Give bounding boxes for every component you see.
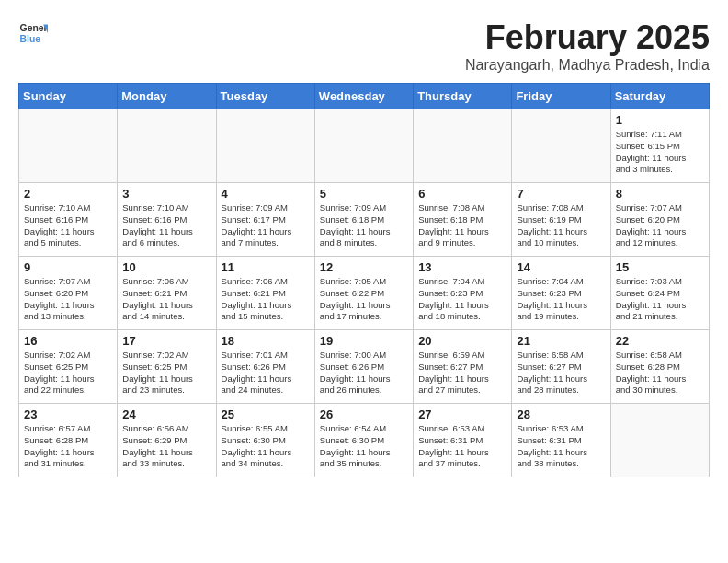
day-number: 17	[122, 334, 210, 348]
weekday-header-tuesday: Tuesday	[216, 84, 314, 109]
day-number: 23	[24, 408, 112, 421]
day-info: Sunrise: 6:57 AM Sunset: 6:28 PM Dayligh…	[24, 423, 112, 470]
day-number: 3	[122, 187, 210, 201]
calendar-cell: 14Sunrise: 7:04 AM Sunset: 6:23 PM Dayli…	[512, 257, 610, 330]
day-number: 22	[616, 334, 704, 348]
day-info: Sunrise: 6:53 AM Sunset: 6:31 PM Dayligh…	[418, 423, 506, 470]
calendar-cell: 9Sunrise: 7:07 AM Sunset: 6:20 PM Daylig…	[19, 257, 118, 330]
day-info: Sunrise: 7:00 AM Sunset: 6:26 PM Dayligh…	[320, 350, 408, 396]
svg-text:General: General	[20, 23, 48, 33]
calendar-week-row: 16Sunrise: 7:02 AM Sunset: 6:25 PM Dayli…	[19, 330, 710, 404]
day-number: 28	[517, 408, 605, 421]
day-number: 16	[24, 334, 112, 348]
calendar-week-row: 2Sunrise: 7:10 AM Sunset: 6:16 PM Daylig…	[19, 183, 710, 257]
day-number: 8	[616, 187, 704, 201]
day-number: 2	[24, 187, 112, 201]
day-number: 11	[222, 260, 310, 274]
day-info: Sunrise: 7:08 AM Sunset: 6:19 PM Dayligh…	[517, 202, 605, 249]
day-number: 24	[122, 408, 210, 421]
calendar-cell: 18Sunrise: 7:01 AM Sunset: 6:26 PM Dayli…	[216, 330, 314, 404]
day-number: 18	[222, 334, 310, 348]
day-number: 5	[320, 187, 408, 201]
calendar-cell: 5Sunrise: 7:09 AM Sunset: 6:18 PM Daylig…	[314, 183, 413, 257]
day-info: Sunrise: 7:02 AM Sunset: 6:25 PM Dayligh…	[24, 350, 112, 396]
calendar-cell: 27Sunrise: 6:53 AM Sunset: 6:31 PM Dayli…	[414, 404, 512, 477]
header: General Blue February 2025 Narayangarh, …	[18, 18, 710, 74]
calendar-week-row: 1Sunrise: 7:11 AM Sunset: 6:15 PM Daylig…	[19, 109, 710, 183]
day-info: Sunrise: 7:05 AM Sunset: 6:22 PM Dayligh…	[320, 276, 408, 323]
day-info: Sunrise: 7:11 AM Sunset: 6:15 PM Dayligh…	[616, 129, 704, 176]
day-number: 20	[418, 334, 506, 348]
day-info: Sunrise: 7:08 AM Sunset: 6:18 PM Dayligh…	[418, 202, 506, 249]
calendar-cell: 17Sunrise: 7:02 AM Sunset: 6:25 PM Dayli…	[118, 330, 216, 404]
day-number: 21	[517, 334, 605, 348]
day-number: 13	[418, 260, 506, 274]
calendar-cell: 16Sunrise: 7:02 AM Sunset: 6:25 PM Dayli…	[19, 330, 118, 404]
day-info: Sunrise: 7:04 AM Sunset: 6:23 PM Dayligh…	[517, 276, 605, 323]
calendar-cell: 4Sunrise: 7:09 AM Sunset: 6:17 PM Daylig…	[216, 183, 314, 257]
calendar-cell: 6Sunrise: 7:08 AM Sunset: 6:18 PM Daylig…	[414, 183, 512, 257]
weekday-header-monday: Monday	[118, 84, 216, 109]
day-info: Sunrise: 6:59 AM Sunset: 6:27 PM Dayligh…	[418, 350, 506, 396]
weekday-header-friday: Friday	[512, 84, 610, 109]
calendar-cell: 26Sunrise: 6:54 AM Sunset: 6:30 PM Dayli…	[314, 404, 413, 477]
weekday-header-wednesday: Wednesday	[314, 84, 413, 109]
day-number: 6	[418, 187, 506, 201]
day-info: Sunrise: 7:06 AM Sunset: 6:21 PM Dayligh…	[122, 276, 210, 323]
calendar-cell: 13Sunrise: 7:04 AM Sunset: 6:23 PM Dayli…	[414, 257, 512, 330]
calendar-cell	[216, 109, 314, 183]
calendar-cell	[314, 109, 413, 183]
day-info: Sunrise: 7:06 AM Sunset: 6:21 PM Dayligh…	[222, 276, 310, 323]
day-info: Sunrise: 7:07 AM Sunset: 6:20 PM Dayligh…	[24, 276, 112, 323]
day-number: 26	[320, 408, 408, 421]
day-number: 25	[222, 408, 310, 421]
svg-text:Blue: Blue	[20, 34, 41, 44]
day-info: Sunrise: 6:58 AM Sunset: 6:28 PM Dayligh…	[616, 350, 704, 396]
day-info: Sunrise: 7:03 AM Sunset: 6:24 PM Dayligh…	[616, 276, 704, 323]
calendar-cell	[19, 109, 118, 183]
calendar-cell	[414, 109, 512, 183]
location-subtitle: Narayangarh, Madhya Pradesh, India	[465, 57, 710, 74]
calendar-cell: 11Sunrise: 7:06 AM Sunset: 6:21 PM Dayli…	[216, 257, 314, 330]
day-number: 19	[320, 334, 408, 348]
day-number: 7	[517, 187, 605, 201]
calendar-week-row: 23Sunrise: 6:57 AM Sunset: 6:28 PM Dayli…	[19, 404, 710, 477]
calendar-cell: 21Sunrise: 6:58 AM Sunset: 6:27 PM Dayli…	[512, 330, 610, 404]
calendar-cell	[512, 109, 610, 183]
day-info: Sunrise: 6:53 AM Sunset: 6:31 PM Dayligh…	[517, 423, 605, 470]
logo: General Blue	[18, 18, 48, 48]
month-title: February 2025	[465, 18, 710, 57]
calendar-cell: 10Sunrise: 7:06 AM Sunset: 6:21 PM Dayli…	[118, 257, 216, 330]
day-number: 14	[517, 260, 605, 274]
day-info: Sunrise: 6:55 AM Sunset: 6:30 PM Dayligh…	[222, 423, 310, 470]
day-number: 4	[222, 187, 310, 201]
calendar-table: SundayMondayTuesdayWednesdayThursdayFrid…	[18, 83, 710, 477]
day-number: 9	[24, 260, 112, 274]
calendar-cell: 25Sunrise: 6:55 AM Sunset: 6:30 PM Dayli…	[216, 404, 314, 477]
calendar-cell: 2Sunrise: 7:10 AM Sunset: 6:16 PM Daylig…	[19, 183, 118, 257]
calendar-cell: 7Sunrise: 7:08 AM Sunset: 6:19 PM Daylig…	[512, 183, 610, 257]
weekday-header-sunday: Sunday	[19, 84, 118, 109]
calendar-cell: 28Sunrise: 6:53 AM Sunset: 6:31 PM Dayli…	[512, 404, 610, 477]
calendar-cell: 8Sunrise: 7:07 AM Sunset: 6:20 PM Daylig…	[610, 183, 709, 257]
calendar-cell	[610, 404, 709, 477]
day-info: Sunrise: 6:58 AM Sunset: 6:27 PM Dayligh…	[517, 350, 605, 396]
day-number: 27	[418, 408, 506, 421]
calendar-cell	[118, 109, 216, 183]
calendar-cell: 22Sunrise: 6:58 AM Sunset: 6:28 PM Dayli…	[610, 330, 709, 404]
day-info: Sunrise: 7:09 AM Sunset: 6:18 PM Dayligh…	[320, 202, 408, 249]
day-info: Sunrise: 7:10 AM Sunset: 6:16 PM Dayligh…	[122, 202, 210, 249]
calendar-cell: 3Sunrise: 7:10 AM Sunset: 6:16 PM Daylig…	[118, 183, 216, 257]
calendar-cell: 19Sunrise: 7:00 AM Sunset: 6:26 PM Dayli…	[314, 330, 413, 404]
calendar-cell: 20Sunrise: 6:59 AM Sunset: 6:27 PM Dayli…	[414, 330, 512, 404]
weekday-header-row: SundayMondayTuesdayWednesdayThursdayFrid…	[19, 84, 710, 109]
logo-icon: General Blue	[18, 18, 48, 48]
weekday-header-thursday: Thursday	[414, 84, 512, 109]
day-info: Sunrise: 7:07 AM Sunset: 6:20 PM Dayligh…	[616, 202, 704, 249]
day-info: Sunrise: 6:56 AM Sunset: 6:29 PM Dayligh…	[122, 423, 210, 470]
calendar-cell: 23Sunrise: 6:57 AM Sunset: 6:28 PM Dayli…	[19, 404, 118, 477]
day-info: Sunrise: 7:04 AM Sunset: 6:23 PM Dayligh…	[418, 276, 506, 323]
calendar-cell: 15Sunrise: 7:03 AM Sunset: 6:24 PM Dayli…	[610, 257, 709, 330]
day-number: 10	[122, 260, 210, 274]
day-info: Sunrise: 7:09 AM Sunset: 6:17 PM Dayligh…	[222, 202, 310, 249]
